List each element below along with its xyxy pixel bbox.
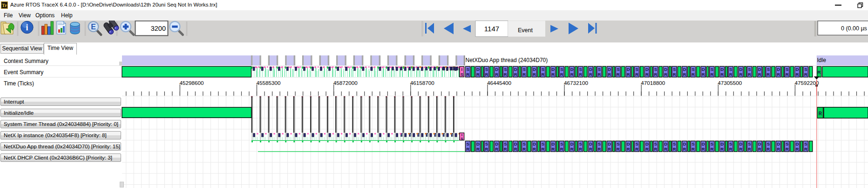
svg-text:R: R — [758, 146, 761, 152]
svg-text:D: D — [476, 67, 480, 72]
svg-text:R: R — [597, 146, 601, 152]
svg-text:R: R — [710, 72, 713, 77]
svg-text:Context Summary: Context Summary — [4, 58, 48, 64]
svg-text:R: R — [627, 146, 630, 152]
svg-text:R: R — [645, 146, 649, 152]
svg-text:R: R — [720, 146, 724, 152]
svg-text:S: S — [748, 141, 751, 146]
svg-text:D: D — [608, 141, 611, 146]
svg-text:S: S — [598, 67, 601, 72]
svg-text:R: R — [560, 72, 563, 77]
svg-text:R: R — [560, 146, 563, 152]
svg-text:R: R — [608, 146, 611, 152]
svg-text:47592200: 47592200 — [794, 80, 819, 86]
svg-text:D: D — [777, 141, 780, 146]
svg-text:D: D — [495, 141, 498, 146]
svg-text:R: R — [758, 72, 761, 77]
svg-text:S: S — [748, 67, 751, 72]
svg-text:R: R — [617, 146, 620, 152]
svg-text:R: R — [579, 72, 582, 77]
svg-text:S: S — [523, 141, 526, 146]
svg-text:R: R — [466, 72, 469, 77]
svg-text:R: R — [795, 72, 799, 77]
svg-text:S: S — [617, 67, 619, 72]
svg-text:D: D — [589, 141, 592, 146]
svg-text:R: R — [710, 146, 713, 152]
svg-text:D: D — [664, 67, 667, 72]
svg-text:Event Summary: Event Summary — [4, 69, 43, 76]
svg-text:D: D — [702, 141, 705, 146]
svg-text:S: S — [767, 141, 770, 146]
svg-text:R: R — [819, 111, 822, 116]
svg-text:R: R — [589, 72, 592, 77]
svg-text:R: R — [589, 146, 592, 152]
svg-text:S: S — [485, 67, 488, 72]
svg-text:R: R — [579, 146, 582, 152]
svg-text:R: R — [542, 72, 545, 77]
svg-text:R: R — [692, 72, 695, 77]
svg-text:45585300: 45585300 — [257, 80, 281, 86]
svg-text:47305500: 47305500 — [718, 80, 742, 86]
svg-text:R: R — [673, 146, 676, 152]
svg-text:Event: Event — [518, 27, 533, 34]
svg-text:R: R — [777, 72, 780, 77]
svg-text:D: D — [795, 141, 799, 146]
svg-text:D: D — [627, 67, 630, 72]
svg-text:R: R — [664, 146, 667, 152]
svg-text:D: D — [758, 141, 761, 146]
svg-text:S: S — [711, 67, 713, 72]
svg-text:R: R — [729, 72, 732, 77]
svg-text:D: D — [739, 141, 743, 146]
svg-text:D: D — [739, 67, 743, 72]
svg-text:R: R — [476, 72, 480, 77]
svg-text:R: R — [654, 146, 657, 152]
svg-text:R: R — [654, 72, 657, 77]
svg-text:D: D — [476, 141, 480, 146]
svg-text:S: S — [579, 141, 582, 146]
svg-text:D: D — [570, 141, 574, 146]
svg-text:S: S — [560, 141, 563, 146]
svg-text:3200: 3200 — [151, 25, 166, 32]
svg-text:45872000: 45872000 — [333, 80, 358, 86]
svg-text:R: R — [635, 146, 638, 152]
svg-text:R: R — [485, 72, 488, 77]
svg-text:D: D — [570, 67, 574, 72]
svg-text:R: R — [748, 146, 751, 152]
svg-text:D: D — [795, 67, 799, 72]
svg-text:D: D — [514, 141, 517, 146]
svg-text:R: R — [533, 146, 536, 152]
svg-text:S: S — [542, 67, 544, 72]
svg-text:R: R — [664, 72, 667, 77]
svg-text:D: D — [683, 67, 686, 72]
svg-text:R: R — [645, 72, 649, 77]
svg-text:S: S — [729, 141, 732, 146]
svg-text:R: R — [466, 146, 469, 152]
svg-text:R: R — [739, 72, 743, 77]
svg-text:R: R — [504, 72, 507, 77]
svg-text:D: D — [589, 67, 592, 72]
svg-text:R: R — [597, 72, 601, 77]
svg-text:R: R — [495, 146, 498, 152]
svg-text:i: i — [26, 23, 28, 32]
svg-text:S: S — [467, 67, 469, 72]
svg-text:R: R — [476, 146, 480, 152]
svg-text:R: R — [729, 146, 732, 152]
svg-text:Tr: Tr — [2, 2, 7, 8]
svg-text:R: R — [786, 146, 789, 152]
svg-text:E: E — [91, 23, 96, 31]
svg-text:S: S — [767, 67, 770, 72]
svg-text:R: R — [570, 146, 574, 152]
svg-text:D: D — [608, 67, 611, 72]
svg-text:D: D — [514, 67, 517, 72]
svg-text:R: R — [683, 146, 686, 152]
svg-text:46158700: 46158700 — [410, 80, 435, 86]
svg-text:D: D — [645, 141, 649, 146]
svg-text:R: R — [692, 146, 695, 152]
svg-text:R: R — [608, 72, 611, 77]
svg-text:R: R — [766, 146, 770, 152]
svg-text:S: S — [673, 141, 676, 146]
svg-text:D: D — [664, 141, 667, 146]
svg-text:S: S — [654, 67, 657, 72]
svg-text:S: S — [504, 141, 507, 146]
svg-text:R: R — [683, 72, 686, 77]
